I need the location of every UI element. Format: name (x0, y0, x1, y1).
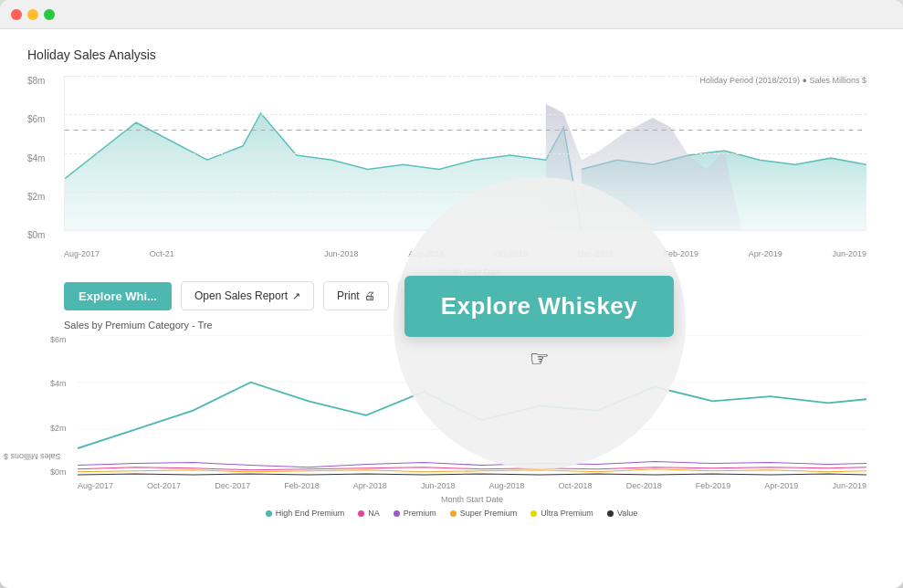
maximize-button[interactable] (44, 9, 55, 20)
print-icon: 🖨 (364, 289, 375, 302)
y-label-2m: $2m (27, 192, 59, 202)
orange-line (78, 469, 866, 472)
pink-line (78, 467, 866, 470)
legend-dot-premium (394, 510, 400, 517)
close-button[interactable] (11, 9, 22, 20)
legend-label-na: NA (368, 509, 380, 518)
dark-line (78, 474, 866, 475)
legend-item-premium: Premium (394, 509, 436, 518)
legend-dot-super (450, 510, 457, 517)
chart-meta: Holiday Period (2018/2019) ● Sales Milli… (699, 76, 866, 85)
legend-item-ultra: Ultra Premium (530, 509, 593, 518)
legend-label-ultra: Ultra Premium (541, 509, 593, 518)
explore-whiskey-small-button[interactable]: Explore Whi... (64, 282, 172, 310)
legend-item-na: NA (358, 509, 380, 518)
external-link-icon: ↗ (292, 290, 300, 302)
y-label-4m: $4m (27, 153, 59, 163)
legend-dot-high-end (266, 510, 272, 517)
page-title: Holiday Sales Analysis (27, 47, 876, 62)
legend-label-high-end: High End Premium (276, 509, 345, 518)
open-sales-report-button[interactable]: Open Sales Report ↗ (181, 281, 314, 310)
purple-line (78, 461, 866, 467)
bottom-x-labels: Aug-2017 Oct-2017 Dec-2017 Feb-2018 Apr-… (78, 481, 866, 490)
legend-bar: High End Premium NA Premium Super Premiu… (27, 509, 876, 518)
print-button[interactable]: Print 🖨 (323, 281, 389, 310)
legend-dot-na (358, 510, 364, 517)
y-label-0m: $0m (27, 230, 59, 240)
legend-dot-value (607, 510, 614, 517)
legend-label-premium: Premium (404, 509, 436, 518)
y-label-8m: $8m (27, 76, 59, 86)
y-label-6m: $6m (27, 114, 59, 124)
top-y-axis: $8m $6m $4m $2m $0m (27, 76, 59, 240)
legend-item-high-end: High End Premium (266, 509, 345, 518)
page-content: Holiday Sales Analysis $8m $6m $4m $2m $… (0, 29, 903, 588)
overlay-circle: Explore Whiskey ☞ (394, 177, 686, 469)
minimize-button[interactable] (27, 9, 38, 20)
explore-whiskey-button[interactable]: Explore Whiskey (404, 276, 675, 337)
bottom-x-title: Month Start Date (78, 495, 866, 504)
legend-label-super: Super Premium (460, 509, 518, 518)
browser-chrome (0, 0, 903, 29)
legend-item-super: Super Premium (450, 509, 518, 518)
legend-label-value: Value (617, 509, 637, 518)
browser-window: Holiday Sales Analysis $8m $6m $4m $2m $… (0, 0, 903, 588)
cursor-icon: ☞ (530, 346, 550, 372)
legend-item-value: Value (607, 509, 637, 518)
legend-dot-ultra (530, 510, 537, 517)
